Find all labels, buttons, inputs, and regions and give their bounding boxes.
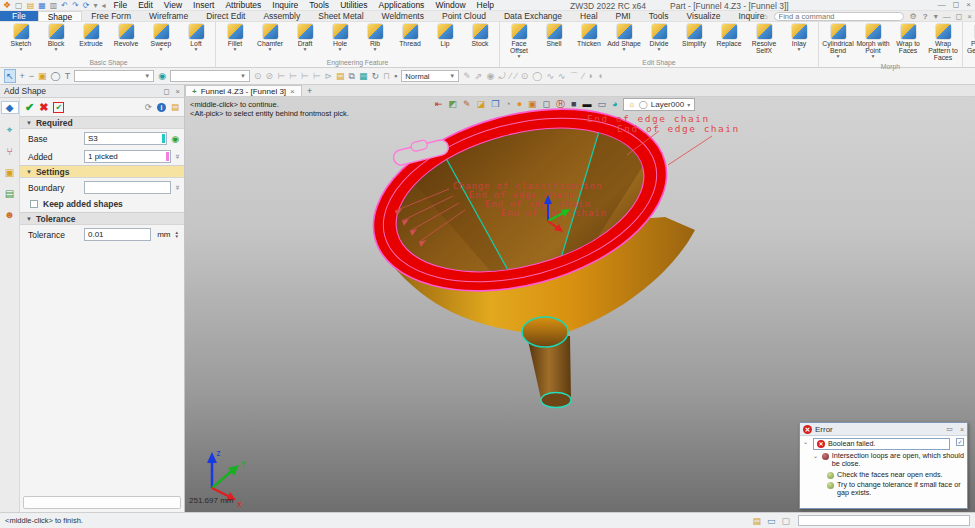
curve-1-icon[interactable]: ∿: [546, 70, 554, 82]
chevron-down-icon[interactable]: ▼: [194, 47, 199, 51]
base-field[interactable]: S3: [84, 132, 167, 145]
ribbon-button[interactable]: Morph with Point ▼: [856, 23, 890, 58]
ribbon-tab[interactable]: Shape: [38, 11, 83, 21]
manager-layer-icon[interactable]: ▣: [1, 167, 19, 178]
ribbon-button[interactable]: Revolve: [109, 23, 143, 47]
ribbon-button[interactable]: Hole ▼: [323, 23, 357, 51]
menu-item[interactable]: File: [113, 0, 127, 10]
gear-icon[interactable]: ⚙: [910, 12, 917, 21]
ribbon-button[interactable]: Resolve SelfX: [747, 23, 781, 54]
regen-icon[interactable]: ⟳: [83, 1, 90, 10]
chevron-down-icon[interactable]: ▼: [19, 47, 24, 51]
cancel-button[interactable]: ✖: [39, 101, 48, 114]
ribbon-button[interactable]: Loft ▼: [179, 23, 213, 51]
pick-remove-icon[interactable]: −: [29, 70, 34, 82]
manager-shape-icon[interactable]: ◆: [1, 101, 19, 114]
ribbon-button[interactable]: Chamfer ▼: [253, 23, 287, 51]
ribbon-button[interactable]: Shell: [537, 23, 571, 47]
undo-icon[interactable]: ↶: [61, 1, 68, 10]
manager-assembly-icon[interactable]: ⑂: [1, 146, 19, 157]
close-button[interactable]: ×: [966, 0, 971, 9]
new-file-icon[interactable]: ▢: [15, 1, 23, 10]
filter-combo[interactable]: ▼: [74, 70, 154, 82]
dock-icon[interactable]: ◻: [163, 87, 169, 96]
expand-chevron-icon[interactable]: »: [172, 154, 181, 158]
manager-user-icon[interactable]: ☻: [1, 209, 19, 220]
ribbon-button[interactable]: Thicken: [572, 23, 606, 47]
ribbon-tab[interactable]: Assembly: [254, 11, 309, 21]
home-icon[interactable]: ⌂: [763, 12, 768, 21]
close-tab-icon[interactable]: ×: [290, 87, 295, 96]
chevron-down-icon[interactable]: ▼: [657, 47, 662, 51]
chevron-down-icon[interactable]: ▼: [373, 47, 378, 51]
filter-text-icon[interactable]: T: [65, 70, 71, 82]
ribbon-button[interactable]: Extrude: [74, 23, 108, 47]
ribbon-button[interactable]: Rib ▼: [358, 23, 392, 51]
doc-restore-button[interactable]: ◻: [956, 12, 963, 21]
copy-view-icon[interactable]: ⧉: [349, 70, 355, 82]
document-tab[interactable]: + Funnel 4.Z3 - [Funnel 3] ×: [185, 85, 302, 96]
ribbon-button[interactable]: Sweep ▼: [144, 23, 178, 51]
face-2-icon[interactable]: ◖: [597, 70, 602, 82]
ribbon-button[interactable]: Thread: [393, 23, 427, 47]
chevron-down-icon[interactable]: ▼: [338, 47, 343, 51]
ribbon-tab[interactable]: Direct Edit: [197, 11, 254, 21]
chevron-down-icon[interactable]: ▼: [159, 47, 164, 51]
ribbon-button[interactable]: Inlay ▼: [782, 23, 816, 51]
apply-button[interactable]: ✔: [53, 102, 64, 113]
spout-top-opening[interactable]: [522, 317, 568, 347]
ribbon-tab[interactable]: Point Cloud: [433, 11, 495, 21]
tolerance-spinner[interactable]: ▲▼: [175, 231, 179, 239]
panel-bottom-input[interactable]: [23, 496, 181, 509]
align-4-icon[interactable]: ⊢: [313, 70, 321, 82]
error-dialog[interactable]: ✕ Error ▭ × ⌄ ✕ Boolean failed. ✓ ⌄ In: [799, 422, 968, 509]
slash-icon[interactable]: ∕: [583, 70, 585, 82]
ribbon-button[interactable]: Add Shape ▼: [607, 23, 641, 51]
pick-target-icon[interactable]: ◉: [171, 134, 179, 144]
section-required[interactable]: ▼ Required: [20, 116, 184, 129]
tolerance-field[interactable]: 0.01: [84, 228, 151, 241]
ribbon-dropdown-icon[interactable]: ▾: [934, 12, 938, 21]
ribbon-tab[interactable]: Visualize: [678, 11, 730, 21]
line-2-icon[interactable]: ∕: [515, 70, 517, 82]
app-logo-icon[interactable]: ❖: [3, 1, 11, 10]
box-status-icon[interactable]: ▢: [781, 516, 790, 526]
ribbon-tab[interactable]: File: [0, 11, 38, 21]
close-panel-icon[interactable]: ×: [176, 87, 180, 96]
manager-history-icon[interactable]: ⌖: [1, 124, 19, 136]
chevron-down-icon[interactable]: ▼: [233, 47, 238, 51]
bridge-icon[interactable]: ⊓: [383, 70, 390, 82]
ribbon-tab[interactable]: Wireframe: [140, 11, 197, 21]
pick-cursor-icon[interactable]: ↖: [4, 69, 16, 83]
ribbon-tab[interactable]: Sheet Metal: [309, 11, 372, 21]
menu-item[interactable]: Help: [477, 0, 494, 10]
ribbon-button[interactable]: Wrap to Faces: [891, 23, 925, 54]
minimize-button[interactable]: —: [938, 0, 946, 9]
ribbon-tab[interactable]: Heal: [571, 11, 606, 21]
globe-icon[interactable]: ◉: [158, 70, 166, 82]
circle-select-icon[interactable]: ◯: [51, 70, 61, 82]
help-icon[interactable]: ?: [923, 12, 928, 21]
notebook-icon[interactable]: ▤: [752, 516, 761, 526]
stop-icon[interactable]: ▪: [394, 70, 397, 82]
folder-icon[interactable]: ▤: [336, 70, 345, 82]
rotate-icon[interactable]: ⤾: [498, 70, 506, 82]
spout-bottom-opening[interactable]: [541, 393, 571, 408]
doc-close-button[interactable]: ×: [967, 12, 972, 21]
chevron-down-icon[interactable]: ▼: [622, 47, 627, 51]
ribbon-button[interactable]: Block ▼: [39, 23, 73, 51]
ribbon-button[interactable]: Wrap Pattern to Faces: [926, 23, 960, 62]
ribbon-button[interactable]: Fillet ▼: [218, 23, 252, 51]
curve-2-icon[interactable]: ∿: [558, 70, 566, 82]
error-root-item[interactable]: ✕ Boolean failed.: [813, 438, 950, 450]
ribbon-button[interactable]: Lip: [428, 23, 462, 47]
image-icon[interactable]: ▦: [359, 70, 368, 82]
pick-add-icon[interactable]: +: [20, 70, 25, 82]
new-tab-button[interactable]: +: [302, 85, 318, 96]
print-icon[interactable]: ▥: [50, 1, 58, 10]
command-search-input[interactable]: [774, 12, 904, 21]
tree-collapse-icon[interactable]: ⌄: [813, 452, 819, 460]
chevron-down-icon[interactable]: ▼: [871, 54, 876, 58]
pen-1-icon[interactable]: ✎: [463, 70, 471, 82]
align-1-icon[interactable]: ⊢: [277, 70, 285, 82]
